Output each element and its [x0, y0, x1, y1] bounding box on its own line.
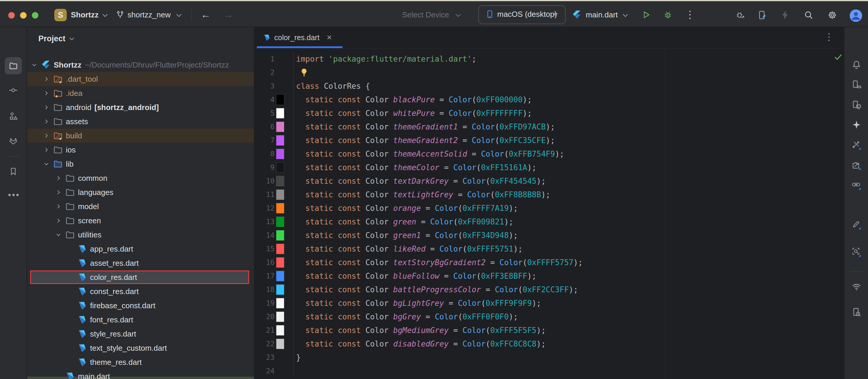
tree-row-shortzz[interactable]: Shortzz~/Documents/Dhruv/FlutterProject/…	[27, 58, 254, 72]
chevron-down-icon[interactable]	[55, 232, 62, 238]
widget-inspector-icon[interactable]	[851, 247, 862, 257]
attach-debugger-icon[interactable]	[735, 10, 745, 20]
chevron-right-icon[interactable]	[43, 76, 50, 82]
tab-close-icon[interactable]: ✕	[327, 34, 332, 42]
chevron-right-icon[interactable]	[43, 118, 50, 125]
chevron-down-icon[interactable]	[31, 62, 37, 68]
tree-row-ios[interactable]: ios	[27, 143, 254, 157]
user-avatar[interactable]	[849, 9, 863, 23]
color-preview-swatch[interactable]	[276, 271, 284, 281]
code-line-21[interactable]: 21 static const Color bgMediumGrey = Col…	[254, 323, 844, 337]
tree-row-languages[interactable]: languages	[27, 185, 254, 199]
bookmarks-tool-icon[interactable]	[8, 167, 18, 176]
ai-assistant-sparkle-icon[interactable]	[851, 120, 862, 130]
color-preview-swatch[interactable]	[276, 95, 284, 105]
more-tool-windows-icon[interactable]: •••	[8, 190, 20, 200]
code-line-8[interactable]: 8 static const Color themeAccentSolid = …	[254, 147, 844, 161]
line-number[interactable]: 2	[254, 66, 275, 79]
notifications-bell-icon[interactable]	[851, 60, 862, 70]
chevron-down-icon[interactable]	[43, 161, 50, 167]
line-number[interactable]: 20	[254, 310, 275, 323]
color-preview-swatch[interactable]	[276, 325, 284, 335]
line-number[interactable]: 6	[254, 120, 275, 134]
code-line-19[interactable]: 19 static const Color bgLightGrey = Colo…	[254, 297, 844, 310]
code-line-7[interactable]: 7 static const Color themeGradient2 = Co…	[254, 134, 844, 147]
chevron-right-icon[interactable]	[55, 189, 62, 196]
code-line-24[interactable]: 24	[254, 364, 844, 378]
tab-color-res-dart[interactable]: color_res.dart ✕	[257, 27, 342, 48]
flutter-outline-pencil-icon[interactable]	[851, 219, 862, 230]
intention-bulb-icon[interactable]	[299, 68, 309, 77]
color-preview-swatch[interactable]	[276, 203, 284, 213]
project-tool-icon[interactable]	[8, 61, 18, 70]
line-number[interactable]: 17	[254, 269, 275, 283]
project-panel-header[interactable]: Project	[38, 34, 74, 43]
flutter-performance-icon[interactable]	[851, 160, 862, 170]
tree-row-color-res-dart[interactable]: color_res.dart	[27, 270, 254, 284]
tree-row-font-res-dart[interactable]: font_res.dart	[27, 313, 254, 327]
macos-close-button[interactable]	[8, 12, 15, 19]
line-number[interactable]: 14	[254, 229, 275, 242]
code-line-23[interactable]: 23}	[254, 351, 844, 364]
code-line-22[interactable]: 22 static const Color disabledGrey = Col…	[254, 337, 844, 351]
code-line-14[interactable]: 14 static const Color green1 = Color(0xF…	[254, 229, 844, 242]
tree-row-app-res-dart[interactable]: app_res.dart	[27, 242, 254, 256]
line-number[interactable]: 8	[254, 147, 275, 161]
chevron-right-icon[interactable]	[55, 217, 62, 224]
color-preview-swatch[interactable]	[276, 135, 284, 145]
color-preview-swatch[interactable]	[276, 163, 284, 173]
structure-tool-icon[interactable]	[8, 111, 18, 120]
vcs-branch-widget[interactable]: shortzz_new	[128, 10, 170, 20]
navigate-forward-button[interactable]: →	[223, 9, 233, 20]
chevron-right-icon[interactable]	[43, 90, 50, 97]
run-configuration-dropdown[interactable]: main.dart	[586, 10, 618, 20]
macos-zoom-button[interactable]	[32, 12, 38, 19]
color-preview-swatch[interactable]	[276, 244, 284, 254]
hot-reload-lightning-icon[interactable]	[781, 10, 789, 20]
chevron-right-icon[interactable]	[43, 104, 50, 111]
code-line-17[interactable]: 17 static const Color blueFollow = Color…	[254, 269, 844, 283]
line-number[interactable]: 13	[254, 215, 275, 229]
gitlab-tool-icon[interactable]	[8, 136, 18, 146]
line-number[interactable]: 15	[254, 242, 275, 256]
run-options-kebab-menu[interactable]: ⋮	[685, 9, 695, 20]
code-line-20[interactable]: 20 static const Color bgGrey = Color(0xF…	[254, 310, 844, 323]
chevron-right-icon[interactable]	[43, 147, 50, 153]
color-preview-swatch[interactable]	[276, 217, 284, 227]
running-devices-icon[interactable]	[851, 100, 862, 110]
macos-minimize-button[interactable]	[20, 12, 27, 19]
device-file-explorer-icon[interactable]	[851, 307, 862, 317]
code-line-9[interactable]: 9 static const Color themeColor = Color(…	[254, 161, 844, 174]
line-number[interactable]: 4	[254, 93, 275, 106]
code-line-10[interactable]: 10 static const Color textDarkGrey = Col…	[254, 174, 844, 188]
tree-row-screen[interactable]: screen	[27, 213, 254, 228]
color-preview-swatch[interactable]	[276, 190, 284, 200]
wifi-icon[interactable]	[851, 281, 862, 291]
device-selector-combo[interactable]: macOS (desktop)	[478, 5, 566, 24]
tree-row-idea[interactable]: .idea	[27, 86, 254, 100]
tree-row-android[interactable]: android[shortzz_android]	[27, 100, 254, 114]
tree-row-asset-res-dart[interactable]: asset_res.dart	[27, 256, 254, 270]
navigate-back-button[interactable]: ←	[201, 9, 211, 20]
line-number[interactable]: 23	[254, 351, 275, 364]
code-line-18[interactable]: 18 static const Color battleProgressColo…	[254, 283, 844, 297]
deep-links-icon[interactable]	[851, 180, 862, 190]
line-number[interactable]: 12	[254, 201, 275, 215]
color-preview-swatch[interactable]	[276, 257, 284, 268]
line-number[interactable]: 24	[254, 364, 275, 378]
tree-row-theme-res-dart[interactable]: theme_res.dart	[27, 355, 254, 369]
tree-row-assets[interactable]: assets	[27, 114, 254, 129]
line-number[interactable]: 7	[254, 134, 275, 147]
tree-row-utilities[interactable]: utilities	[27, 228, 254, 242]
line-number[interactable]: 9	[254, 161, 275, 174]
line-number[interactable]: 16	[254, 256, 275, 269]
debug-button[interactable]	[663, 10, 673, 20]
select-device-dropdown[interactable]: Select Device	[402, 10, 449, 20]
code-line-1[interactable]: 1import 'package:flutter/material.dart';	[254, 52, 844, 66]
line-number[interactable]: 21	[254, 323, 275, 337]
line-number[interactable]: 1	[254, 52, 275, 66]
editor-options-kebab-menu[interactable]: ⋮	[824, 32, 834, 42]
tree-row-text-style-custom-dart[interactable]: text_style_custom.dart	[27, 341, 254, 355]
code-line-4[interactable]: 4 static const Color blackPure = Color(0…	[254, 93, 844, 106]
color-preview-swatch[interactable]	[276, 122, 284, 132]
